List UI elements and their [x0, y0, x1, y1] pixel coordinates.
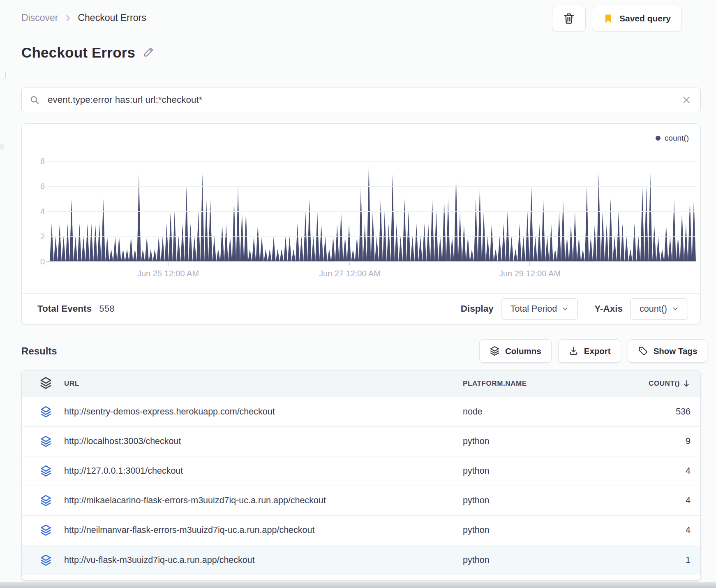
results-actions: Columns Export Show Tags: [479, 339, 707, 363]
x-axis-tick: [168, 262, 169, 266]
results-heading: Results: [21, 345, 57, 357]
chevron-down-icon: [562, 304, 568, 315]
row-platform: node: [463, 407, 640, 417]
row-count: 4: [640, 495, 691, 506]
download-icon: [568, 346, 579, 356]
x-axis-tick: [529, 262, 530, 266]
row-platform: python: [463, 555, 640, 565]
y-axis-tick-label: 0: [25, 256, 45, 267]
columns-label: Columns: [505, 346, 541, 356]
chart-footer: Total Events 558 Display Total Period Y-…: [22, 293, 700, 324]
display-label: Display: [461, 303, 494, 314]
row-count: 9: [640, 436, 691, 447]
sidebar-collapse-handle[interactable]: [0, 71, 6, 79]
display-value: Total Period: [510, 304, 557, 314]
stack-icon[interactable]: [40, 495, 64, 507]
row-platform: python: [463, 466, 640, 476]
stack-icon[interactable]: [40, 435, 64, 447]
table-header: URL PLATFORM.NAME COUNT(): [22, 370, 700, 397]
row-platform: python: [463, 495, 640, 506]
divider: [0, 75, 716, 75]
row-count: 536: [640, 407, 691, 417]
chart-panel: count() 02468Jun 25 12:00 AMJun 27 12:00…: [21, 123, 701, 324]
discover-page: Discover Checkout Errors Saved query Che…: [0, 0, 716, 588]
table-body: http://sentry-demos-express.herokuapp.co…: [22, 397, 700, 575]
breadcrumb: Discover Checkout Errors: [21, 12, 146, 23]
yaxis-label: Y-Axis: [594, 303, 623, 314]
table-row[interactable]: http://vu-flask-m3uuizd7iq-uc.a.run.app/…: [22, 545, 700, 575]
row-count: 4: [640, 525, 691, 535]
row-url[interactable]: http://127.0.0.1:3001/checkout: [64, 466, 463, 476]
page-title: Checkout Errors: [21, 44, 135, 61]
gridline: [46, 186, 696, 187]
header-actions: Saved query: [552, 6, 682, 31]
search-bar: [21, 88, 701, 112]
delete-query-button[interactable]: [552, 6, 586, 31]
table-row[interactable]: http://mikaelacarino-flask-errors-m3uuiz…: [22, 486, 700, 516]
row-platform: python: [463, 436, 640, 447]
row-count: 4: [640, 466, 691, 476]
bottom-scroll-edge: [0, 582, 716, 588]
gridline: [46, 161, 696, 162]
row-count: 1: [640, 555, 691, 565]
row-platform: python: [463, 525, 640, 535]
column-header-url[interactable]: URL: [64, 380, 463, 388]
y-axis-tick-label: 2: [25, 231, 45, 242]
yaxis-dropdown[interactable]: count(): [630, 298, 688, 320]
x-axis-tick-label: Jun 29 12:00 AM: [499, 269, 561, 278]
y-axis-tick-label: 6: [25, 181, 45, 192]
table-row[interactable]: http://localhost:3003/checkout python 9: [22, 427, 700, 456]
tag-icon: [638, 346, 648, 356]
x-axis-line: [46, 261, 696, 262]
chevron-down-icon: [672, 304, 679, 315]
results-table: URL PLATFORM.NAME COUNT() http://sentry-…: [21, 370, 701, 581]
chevron-right-icon: [64, 14, 72, 22]
yaxis-value: count(): [640, 304, 667, 314]
row-url[interactable]: http://localhost:3003/checkout: [64, 436, 463, 447]
edit-title-icon[interactable]: [143, 46, 155, 60]
edge-marker: [0, 144, 4, 150]
saved-query-label: Saved query: [619, 14, 671, 23]
y-axis-tick-label: 8: [25, 156, 45, 167]
stack-icon[interactable]: [40, 524, 64, 536]
column-header-count[interactable]: COUNT(): [640, 380, 691, 388]
clear-search-icon[interactable]: [681, 95, 691, 106]
stack-icon[interactable]: [40, 465, 64, 477]
show-tags-button[interactable]: Show Tags: [628, 339, 708, 363]
gridline: [46, 236, 696, 237]
row-url[interactable]: http://neilmanvar-flask-errors-m3uuizd7i…: [64, 525, 463, 535]
x-axis-tick: [349, 262, 350, 266]
columns-button[interactable]: Columns: [479, 339, 552, 363]
bookmark-icon: [603, 14, 613, 24]
stack-icon[interactable]: [39, 377, 64, 391]
saved-query-button[interactable]: Saved query: [592, 6, 682, 31]
table-row[interactable]: http://127.0.0.1:3001/checkout python 4: [22, 456, 700, 486]
stack-icon[interactable]: [40, 554, 64, 566]
table-row[interactable]: http://sentry-demos-express.herokuapp.co…: [22, 397, 700, 427]
breadcrumb-current: Checkout Errors: [78, 12, 146, 23]
gridline: [46, 211, 696, 212]
row-url[interactable]: http://sentry-demos-express.herokuapp.co…: [64, 407, 463, 417]
trash-icon: [563, 12, 575, 25]
row-url[interactable]: http://vu-flask-m3uuizd7iq-uc.a.run.app/…: [64, 555, 463, 565]
search-input[interactable]: [22, 88, 700, 112]
display-dropdown[interactable]: Total Period: [501, 298, 578, 320]
total-events-label: Total Events: [37, 303, 92, 314]
x-axis-tick-label: Jun 27 12:00 AM: [319, 269, 381, 278]
stack-icon[interactable]: [40, 406, 64, 418]
layers-icon: [490, 346, 500, 356]
table-row[interactable]: http://neilmanvar-flask-errors-m3uuizd7i…: [22, 516, 700, 545]
y-axis-tick-label: 4: [25, 206, 45, 217]
x-axis-tick-label: Jun 25 12:00 AM: [137, 269, 199, 278]
row-url[interactable]: http://mikaelacarino-flask-errors-m3uuiz…: [64, 495, 463, 506]
column-header-platform[interactable]: PLATFORM.NAME: [463, 380, 640, 388]
search-icon: [30, 95, 40, 107]
export-label: Export: [584, 346, 611, 356]
total-events-value: 558: [99, 303, 115, 314]
export-button[interactable]: Export: [558, 339, 621, 363]
sort-descending-icon: [682, 380, 691, 388]
show-tags-label: Show Tags: [654, 346, 698, 356]
breadcrumb-discover[interactable]: Discover: [21, 12, 58, 23]
